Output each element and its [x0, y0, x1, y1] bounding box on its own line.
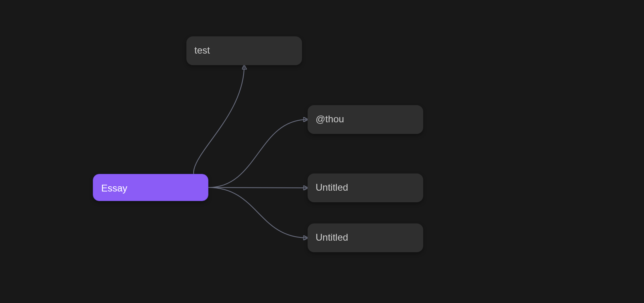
edge-to-thou: [208, 120, 308, 187]
node-label: test: [194, 45, 210, 56]
node-essay[interactable]: Essay: [93, 174, 208, 201]
node-label: Untitled: [316, 232, 348, 243]
edge-to-test: [194, 65, 244, 187]
node-label: Untitled: [316, 182, 348, 193]
node-test[interactable]: test: [186, 36, 302, 65]
mindmap-canvas[interactable]: Essay test@thouUntitledUntitled: [0, 0, 644, 303]
node-label: Essay: [101, 183, 127, 193]
edge-to-untitled2: [208, 187, 308, 238]
node-untitled2[interactable]: Untitled: [308, 223, 423, 252]
edge-to-untitled1: [208, 187, 308, 188]
node-untitled1[interactable]: Untitled: [308, 173, 423, 202]
node-thou[interactable]: @thou: [308, 105, 423, 134]
node-label: @thou: [316, 114, 344, 124]
edges-layer: [0, 0, 644, 303]
